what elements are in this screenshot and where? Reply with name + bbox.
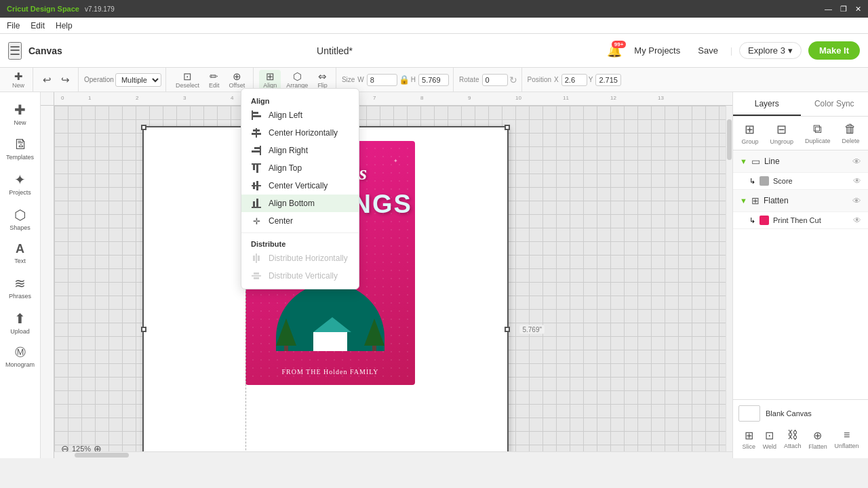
- undo-redo-section: ↩ ↪: [35, 68, 79, 92]
- minimize-button[interactable]: —: [825, 5, 832, 14]
- offset-button[interactable]: ⊕ Offset: [224, 70, 249, 90]
- blank-canvas-row: Blank Canvas: [738, 405, 863, 422]
- sub-score-eye[interactable]: 👁: [853, 176, 861, 186]
- ungroup-tool[interactable]: ⊟ Ungroup: [766, 119, 797, 148]
- height-input[interactable]: [418, 74, 449, 86]
- sidebar-item-monogram[interactable]: Ⓜ Monogram: [3, 342, 38, 372]
- flip-label: Flip: [317, 82, 328, 89]
- redo-button[interactable]: ↪: [57, 73, 74, 86]
- sidebar-item-text[interactable]: A Text: [3, 238, 38, 268]
- rotate-input[interactable]: [482, 74, 508, 86]
- notification-button[interactable]: 🔔 99+: [607, 43, 622, 58]
- my-projects-button[interactable]: My Projects: [629, 43, 686, 58]
- unflatten-button[interactable]: ≡ Unflatten: [832, 428, 862, 451]
- attach-button[interactable]: ⛓ Attach: [781, 428, 804, 451]
- sub-row-score[interactable]: ↳ Score 👁: [733, 173, 868, 190]
- y-input[interactable]: [595, 74, 621, 86]
- monogram-label: Monogram: [5, 361, 35, 368]
- sidebar-item-new[interactable]: ✚ New: [3, 98, 38, 130]
- sparkle-2: ✦: [393, 158, 398, 164]
- tab-layers[interactable]: Layers: [733, 92, 801, 116]
- align-top-item[interactable]: Align Top: [241, 159, 359, 177]
- restore-button[interactable]: ❐: [840, 5, 847, 14]
- center-vertically-item[interactable]: Center Vertically: [241, 177, 359, 195]
- tab-color-sync[interactable]: Color Sync: [801, 92, 869, 116]
- align-bottom-item[interactable]: Align Bottom: [241, 195, 359, 212]
- align-left-item[interactable]: Align Left: [241, 106, 359, 124]
- slice-button[interactable]: ⊞ Slice: [739, 428, 758, 451]
- handle-mid-right[interactable]: [505, 327, 510, 332]
- flip-button[interactable]: ⇔ Flip: [313, 70, 332, 90]
- sidebar-item-templates[interactable]: 🖺 Templates: [3, 133, 38, 165]
- scroll-vertical[interactable]: [726, 106, 732, 451]
- align-right-item[interactable]: Align Right: [241, 142, 359, 159]
- menu-edit[interactable]: Edit: [31, 21, 45, 30]
- sub-row-print-then-cut[interactable]: ↳ Print Then Cut 👁: [733, 212, 868, 229]
- ungroup-label: Ungroup: [770, 138, 793, 145]
- upload-icon: ⬆: [14, 310, 26, 327]
- ruler-mark-10: 10: [515, 95, 521, 101]
- distribute-horizontally-item: Distribute Horizontally: [241, 249, 359, 267]
- make-it-button[interactable]: Make It: [808, 41, 860, 60]
- center-h-icon: [251, 127, 262, 138]
- duplicate-tool[interactable]: ⧉ Duplicate: [801, 119, 835, 147]
- handle-top-right[interactable]: [505, 125, 510, 130]
- canvas-area[interactable]: 0 1 2 3 4 5 6 7 8 9 10 11 12 13: [41, 92, 732, 458]
- right-panel-bottom: Blank Canvas ⊞ Slice ⊡ Weld ⛓ Attach ⊕ F…: [733, 399, 868, 458]
- layer-line-icon: ▭: [751, 156, 760, 167]
- undo-button[interactable]: ↩: [39, 73, 56, 86]
- center-icon: ✛: [251, 216, 262, 226]
- svg-rect-17: [256, 199, 258, 208]
- right-panel-tabs: Layers Color Sync: [733, 92, 868, 117]
- shapes-label: Shapes: [9, 224, 31, 231]
- edit-button[interactable]: ✏ Edit: [205, 70, 224, 90]
- layer-line-eye[interactable]: 👁: [852, 157, 861, 167]
- text-icon: A: [16, 242, 24, 256]
- menu-file[interactable]: File: [7, 21, 20, 30]
- handle-mid-left[interactable]: [141, 327, 146, 332]
- sidebar-item-upload[interactable]: ⬆ Upload: [3, 306, 38, 339]
- close-button[interactable]: ✕: [855, 5, 861, 14]
- scroll-thumb-h[interactable]: [75, 453, 129, 458]
- x-input[interactable]: [561, 74, 587, 86]
- blank-canvas-label: Blank Canvas: [766, 409, 812, 418]
- deselect-button[interactable]: ⊡ Deselect: [172, 70, 203, 90]
- ruler-top: 0 1 2 3 4 5 6 7 8 9 10 11 12 13: [54, 92, 732, 106]
- menu-help[interactable]: Help: [56, 21, 73, 30]
- arrange-button[interactable]: ⬡ Arrange: [282, 70, 312, 90]
- center-item[interactable]: ✛ Center: [241, 212, 359, 230]
- lock-icon: 🔒: [399, 75, 410, 85]
- save-button[interactable]: Save: [692, 43, 724, 58]
- scroll-thumb-v[interactable]: [727, 119, 732, 160]
- scroll-horizontal[interactable]: [54, 451, 732, 458]
- delete-tool[interactable]: 🗑 Delete: [837, 119, 863, 147]
- sidebar-item-phrases[interactable]: ≋ Phrases: [3, 271, 38, 304]
- sidebar-item-shapes[interactable]: ⬡ Shapes: [3, 203, 38, 235]
- align-bottom-label: Align Bottom: [269, 199, 315, 208]
- layer-flatten-icon: ⊞: [751, 195, 760, 206]
- layer-flatten-eye[interactable]: 👁: [852, 196, 861, 206]
- handle-top-left[interactable]: [141, 125, 146, 130]
- sub-ptc-eye[interactable]: 👁: [853, 216, 861, 225]
- operation-select[interactable]: Multiple: [115, 73, 161, 87]
- hamburger-button[interactable]: ☰: [8, 42, 22, 60]
- layer-row-line[interactable]: ▼ ▭ Line 👁: [733, 150, 868, 173]
- group-icon: ⊞: [745, 122, 755, 137]
- layer-row-flatten[interactable]: ▼ ⊞ Flatten 👁: [733, 190, 868, 212]
- group-tool[interactable]: ⊞ Group: [737, 119, 762, 148]
- blank-canvas-thumbnail: [738, 405, 760, 422]
- width-input[interactable]: [367, 74, 397, 86]
- ruler-mark-12: 12: [610, 95, 616, 101]
- left-sidebar: ✚ New 🖺 Templates ✦ Projects ⬡ Shapes A …: [0, 92, 41, 458]
- svg-rect-19: [256, 253, 257, 263]
- sub-score-spacer: ↳: [749, 177, 755, 186]
- window-controls[interactable]: — ❐ ✕: [825, 5, 861, 14]
- sidebar-item-projects[interactable]: ✦ Projects: [3, 167, 38, 200]
- operation-label: Operation: [84, 76, 114, 83]
- new-button[interactable]: ✚ New: [8, 70, 28, 90]
- center-horizontally-item[interactable]: Center Horizontally: [241, 124, 359, 142]
- flatten-button[interactable]: ⊕ Flatten: [806, 428, 830, 451]
- weld-button[interactable]: ⊡ Weld: [760, 428, 779, 451]
- align-button[interactable]: ⊞ Align: [259, 70, 281, 90]
- explore-button[interactable]: Explore 3 ▾: [739, 42, 802, 59]
